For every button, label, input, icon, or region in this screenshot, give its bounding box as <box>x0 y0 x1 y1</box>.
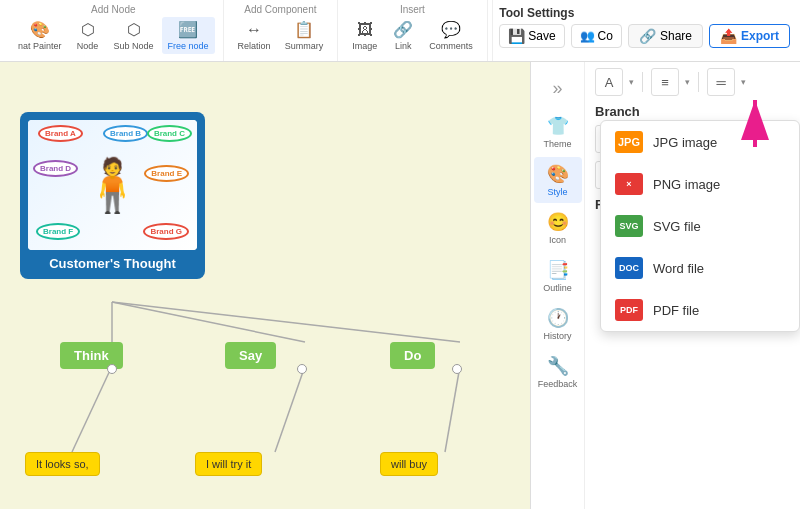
try-label: I will try it <box>206 458 251 470</box>
co-button[interactable]: 👥 Co <box>571 24 622 48</box>
relation-icon: ↔ <box>246 21 262 39</box>
buy-node[interactable]: will buy <box>380 452 438 476</box>
sub-node-button[interactable]: ⬡ Sub Node <box>108 17 160 54</box>
try-node[interactable]: I will try it <box>195 452 262 476</box>
pdf-icon: PDF <box>615 299 643 321</box>
share-button[interactable]: 🔗 Share <box>628 24 703 48</box>
canvas-area[interactable]: Brand A Brand B Brand C Brand D Brand E … <box>0 62 530 509</box>
export-pdf-item[interactable]: PDF PDF file <box>601 289 799 331</box>
svg-line-2 <box>112 302 460 342</box>
co-label: Co <box>598 29 613 43</box>
export-button[interactable]: 📤 Export <box>709 24 790 48</box>
style-label: Style <box>547 187 567 197</box>
divider2 <box>698 72 699 92</box>
main-area: Brand A Brand B Brand C Brand D Brand E … <box>0 62 800 509</box>
svg-line-3 <box>72 366 112 452</box>
export-icon: 📤 <box>720 28 737 44</box>
image-icon: 🖼 <box>357 21 373 39</box>
image-button[interactable]: 🖼 Image <box>346 18 383 54</box>
text-color-arrow[interactable]: ▾ <box>629 77 634 87</box>
sidebar: » 👕 Theme 🎨 Style 😊 Icon 📑 <box>531 62 585 509</box>
do-collapse-dot[interactable] <box>452 364 462 374</box>
outline-label: Outline <box>543 283 572 293</box>
jpg-icon: JPG <box>615 131 643 153</box>
link-icon: 🔗 <box>393 20 413 39</box>
align-arrow[interactable]: ▾ <box>685 77 690 87</box>
feedback-icon: 🔧 <box>547 355 569 377</box>
buy-label: will buy <box>391 458 427 470</box>
share-icon: 🔗 <box>639 28 656 44</box>
export-dropdown: JPG JPG image × PNG image SVG SVG file D… <box>600 120 800 332</box>
export-svg-item[interactable]: SVG SVG file <box>601 205 799 247</box>
save-label: Save <box>528 29 555 43</box>
sidebar-item-style[interactable]: 🎨 Style <box>534 157 582 203</box>
jpg-label: JPG image <box>653 135 717 150</box>
link-button[interactable]: 🔗 Link <box>385 17 421 54</box>
component-items: ↔ Relation 📋 Summary <box>232 17 330 54</box>
text-formatting-row: A ▾ ≡ ▾ ═ ▾ <box>595 68 790 96</box>
say-node[interactable]: Say <box>225 342 276 369</box>
node-icon: ⬡ <box>81 20 95 39</box>
toolbar: Add Node 🎨 nat Painter ⬡ Node ⬡ Sub Node… <box>0 0 800 62</box>
central-node[interactable]: Brand A Brand B Brand C Brand D Brand E … <box>20 112 205 279</box>
free-node-button[interactable]: 🆓 Free node <box>162 17 215 54</box>
sidebar-item-theme[interactable]: 👕 Theme <box>534 109 582 155</box>
sidebar-chevron[interactable]: » <box>544 70 570 107</box>
divider1 <box>642 72 643 92</box>
nat-painter-button[interactable]: 🎨 nat Painter <box>12 17 68 54</box>
svg-icon: SVG <box>615 215 643 237</box>
theme-icon: 👕 <box>547 115 569 137</box>
tool-settings-header-area: Tool Settings 💾 Save 👥 Co 🔗 Share 📤 Expo… <box>492 0 796 61</box>
line-style-btn[interactable]: ═ <box>707 68 735 96</box>
sidebar-item-history[interactable]: 🕐 History <box>534 301 582 347</box>
group-label-add-node: Add Node <box>91 4 135 15</box>
comments-label: Comments <box>429 41 473 51</box>
share-label: Share <box>660 29 692 43</box>
think-label: Think <box>74 348 109 363</box>
group-label-add-component: Add Component <box>244 4 316 15</box>
sidebar-item-outline[interactable]: 📑 Outline <box>534 253 582 299</box>
export-word-item[interactable]: DOC Word file <box>601 247 799 289</box>
svg-line-5 <box>445 366 460 452</box>
summary-button[interactable]: 📋 Summary <box>279 17 330 54</box>
summary-label: Summary <box>285 41 324 51</box>
icon-icon: 😊 <box>547 211 569 233</box>
branch-section-title: Branch <box>595 104 790 119</box>
say-collapse-dot[interactable] <box>297 364 307 374</box>
export-label: Export <box>741 29 779 43</box>
think-collapse-dot[interactable] <box>107 364 117 374</box>
looks-label: It looks so, <box>36 458 89 470</box>
relation-button[interactable]: ↔ Relation <box>232 18 277 54</box>
svg-label: SVG file <box>653 219 701 234</box>
text-color-btn[interactable]: A <box>595 68 623 96</box>
doc-icon: DOC <box>615 257 643 279</box>
free-node-icon: 🆓 <box>178 20 198 39</box>
summary-icon: 📋 <box>294 20 314 39</box>
align-center-btn[interactable]: ≡ <box>651 68 679 96</box>
icon-label: Icon <box>549 235 566 245</box>
say-label: Say <box>239 348 262 363</box>
do-node[interactable]: Do <box>390 342 435 369</box>
sidebar-item-icon[interactable]: 😊 Icon <box>534 205 582 251</box>
pdf-label: PDF file <box>653 303 699 318</box>
save-icon: 💾 <box>508 28 525 44</box>
export-png-item[interactable]: × PNG image <box>601 163 799 205</box>
nat-painter-icon: 🎨 <box>30 20 50 39</box>
app-container: Add Node 🎨 nat Painter ⬡ Node ⬡ Sub Node… <box>0 0 800 509</box>
comments-button[interactable]: 💬 Comments <box>423 17 479 54</box>
save-button[interactable]: 💾 Save <box>499 24 564 48</box>
node-label: Node <box>77 41 99 51</box>
export-jpg-item[interactable]: JPG JPG image <box>601 121 799 163</box>
sidebar-item-feedback[interactable]: 🔧 Feedback <box>534 349 582 395</box>
co-icon: 👥 <box>580 29 595 43</box>
line-arrow[interactable]: ▾ <box>741 77 746 87</box>
looks-node[interactable]: It looks so, <box>25 452 100 476</box>
history-icon: 🕐 <box>547 307 569 329</box>
sub-node-icon: ⬡ <box>127 20 141 39</box>
toolbar-right-actions: 💾 Save 👥 Co 🔗 Share 📤 Export <box>499 24 790 48</box>
toolbar-group-component: Add Component ↔ Relation 📋 Summary <box>224 0 339 61</box>
node-button[interactable]: ⬡ Node <box>70 17 106 54</box>
theme-label: Theme <box>543 139 571 149</box>
do-label: Do <box>404 348 421 363</box>
image-label: Image <box>352 41 377 51</box>
